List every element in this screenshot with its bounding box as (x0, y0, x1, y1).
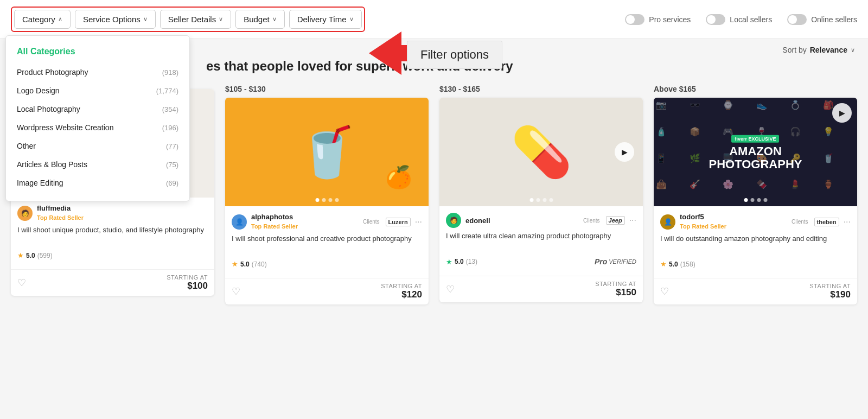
seller-details-chevron-icon: ∨ (219, 16, 223, 23)
delivery-time-label: Delivery Time (297, 15, 347, 24)
price-section-2: STARTING AT $120 (381, 283, 422, 300)
card-column-2: $105 - $130 🥤 🍊 👤 (225, 85, 429, 304)
dot (322, 198, 326, 202)
category-label: Category (22, 15, 55, 24)
rating-num-2: 5.0 (240, 261, 250, 268)
fiverr-exclusive: fiverr EXCLUSIVE (731, 135, 779, 143)
service-options-chevron-icon: ∨ (143, 16, 148, 23)
budget-label: Budget (244, 15, 270, 24)
dropdown-item-image-editing[interactable]: Image Editing (69) (6, 174, 189, 192)
toggles-group: Pro services Local sellers Online seller… (625, 14, 857, 25)
card-footer-4: ♡ STARTING AT $190 (654, 278, 857, 304)
dropdown-item-label: Image Editing (17, 179, 63, 187)
dropdown-item-count: (354) (162, 105, 178, 113)
pro-services-toggle[interactable]: Pro services (625, 14, 691, 25)
avatar-4: 👤 (660, 214, 675, 230)
starting-at-label-2: STARTING AT (381, 283, 422, 289)
dropdown-item-local-photography[interactable]: Local Photography (354) (6, 100, 189, 118)
local-sellers-toggle[interactable]: Local sellers (706, 14, 772, 25)
card-footer-1: ♡ STARTING AT $100 (11, 269, 214, 296)
dropdown-header: All Categories (6, 45, 189, 63)
card-title-2: I will shoot professional and creative p… (232, 234, 422, 256)
dot (757, 198, 761, 202)
rating-row-4: ★ 5.0 (158) (660, 260, 851, 268)
pro-services-switch[interactable] (625, 14, 644, 25)
dropdown-item-count: (69) (166, 179, 178, 187)
dropdown-item-wordpress[interactable]: Wordpress Website Creation (196) (6, 118, 189, 137)
price-label-4: Above $165 (654, 85, 857, 93)
dropdown-item-label: Articles & Blog Posts (17, 160, 87, 169)
card-3-dots (529, 198, 553, 202)
seller-name-4: todorf5 (680, 213, 787, 221)
dropdown-item-count: (75) (166, 161, 178, 169)
dot (542, 198, 546, 202)
seller-badge-2: Top Rated Seller (251, 223, 298, 230)
heart-icon-4[interactable]: ♡ (660, 285, 669, 297)
menu-dots-2[interactable]: ··· (415, 217, 422, 227)
dot (335, 198, 339, 202)
card-3-body: 🧑 edonell Clients Jeep ··· I will create… (439, 206, 643, 276)
card-2: 🥤 🍊 👤 alphaphotos (225, 98, 429, 304)
price-section-3: STARTING AT $150 (595, 281, 636, 298)
avatar-1: 🧑 (17, 206, 33, 221)
card-3: 💊 ▶ 🧑 edonell Clients (439, 98, 643, 302)
dot (536, 198, 540, 202)
dropdown-item-logo-design[interactable]: Logo Design (1,774) (6, 81, 189, 100)
play-button-4[interactable]: ▶ (832, 103, 852, 123)
rating-count-1: (599) (37, 252, 53, 259)
dot (750, 198, 754, 202)
rating-count-3: (13) (466, 258, 477, 265)
price-section-4: STARTING AT $190 (809, 283, 851, 300)
card-3-image[interactable]: 💊 ▶ (439, 98, 643, 206)
card-4-image[interactable]: 📷🕶️⌚👟💍🎒 🧴📦🎮🍷🎧💡 📱🌿🖥️🎨🔑🥤 👜🎸🌸🍫💄🏺 fiverr EXC… (654, 98, 857, 206)
seller-info-2: alphaphotos Top Rated Seller (251, 213, 359, 231)
rating-row-1: ★ 5.0 (599) (17, 251, 208, 259)
dot (315, 198, 319, 202)
card-2-bg: 🥤 🍊 (225, 98, 429, 206)
menu-dots-3[interactable]: ··· (629, 215, 636, 225)
starting-at-label-3: STARTING AT (595, 281, 636, 287)
heart-icon-2[interactable]: ♡ (232, 285, 240, 297)
service-options-filter-button[interactable]: Service Options ∨ (75, 10, 156, 29)
card-4-dots (744, 198, 767, 202)
dropdown-item-other[interactable]: Other (77) (6, 137, 189, 155)
budget-filter-button[interactable]: Budget ∨ (235, 10, 285, 29)
rating-count-2: (740) (252, 261, 267, 268)
dot (744, 198, 748, 202)
seller-badge-4: Top Rated Seller (680, 223, 726, 230)
pro-services-label: Pro services (649, 15, 691, 24)
sort-chevron-icon[interactable]: ∨ (851, 47, 855, 54)
dropdown-item-articles[interactable]: Articles & Blog Posts (75) (6, 155, 189, 174)
online-sellers-switch[interactable] (787, 14, 807, 25)
seller-details-filter-button[interactable]: Seller Details ∨ (160, 10, 231, 29)
card-2-image[interactable]: 🥤 🍊 (225, 98, 429, 206)
delivery-time-filter-button[interactable]: Delivery Time ∨ (289, 10, 362, 29)
heart-icon-1[interactable]: ♡ (17, 277, 26, 289)
starting-at-label-4: STARTING AT (809, 283, 851, 289)
dropdown-item-product-photography[interactable]: Product Photography (918) (6, 63, 189, 81)
star-icon-3: ★ (446, 258, 452, 266)
category-chevron-icon: ∧ (58, 16, 62, 23)
dropdown-item-label: Wordpress Website Creation (17, 123, 113, 132)
online-sellers-toggle[interactable]: Online sellers (787, 14, 857, 25)
seller-info-3: edonell (465, 217, 579, 225)
filter-bar: Category ∧ Service Options ∨ Seller Deta… (0, 0, 868, 39)
play-button-3[interactable]: ▶ (615, 142, 634, 162)
heart-icon-3[interactable]: ♡ (446, 283, 455, 295)
category-filter-button[interactable]: Category ∧ (14, 10, 71, 29)
card-footer-3: ♡ STARTING AT $150 (439, 276, 643, 302)
dropdown-item-count: (918) (162, 68, 178, 77)
star-icon-4: ★ (660, 260, 667, 268)
rating-num-4: 5.0 (669, 261, 678, 268)
dot (529, 198, 533, 202)
card-column-3: $130 - $165 💊 ▶ 🧑 ed (439, 85, 643, 304)
seller-row-1: 🧑 fluffmedia Top Rated Seller (17, 204, 208, 222)
card-1-body: 🧑 fluffmedia Top Rated Seller I will sho… (11, 198, 214, 269)
client-logo-4: theben (814, 218, 839, 226)
menu-dots-4[interactable]: ··· (844, 217, 851, 227)
local-sellers-switch[interactable] (706, 14, 725, 25)
dropdown-item-label: Local Photography (17, 105, 80, 113)
sort-by-label: Sort by (782, 46, 806, 54)
dropdown-item-label: Product Photography (17, 68, 88, 77)
clients-label-4: Clients (792, 219, 808, 225)
